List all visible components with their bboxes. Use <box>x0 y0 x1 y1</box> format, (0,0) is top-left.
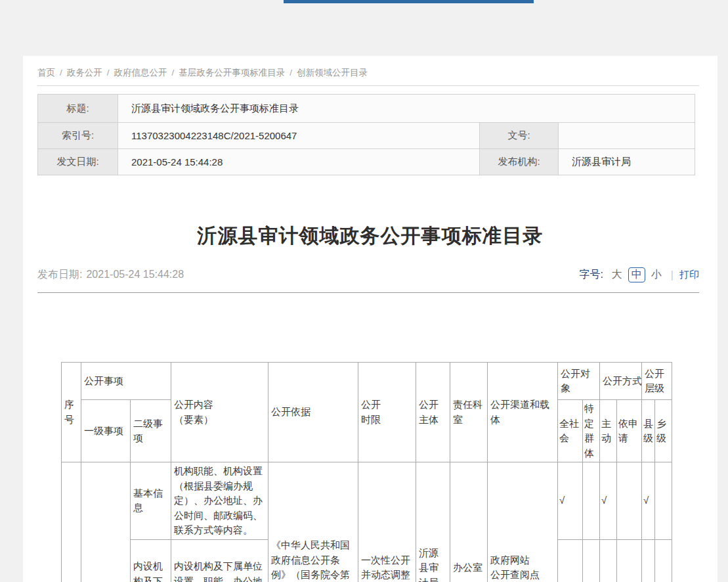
breadcrumb: 首页/政务公开/政府信息公开/基层政务公开事项标准目录/创新领域公开目录 <box>37 56 699 86</box>
doc-number-label: 文号: <box>480 123 559 149</box>
cell-time-limit: 一次性公开并动态调整 <box>358 462 416 582</box>
cell-on-request-check <box>617 462 642 540</box>
breadcrumb-link-innovation-catalog[interactable]: 创新领域公开目录 <box>297 68 368 78</box>
cell-proactive-check: √ <box>600 539 617 582</box>
header-proactive: 主动 <box>600 400 617 462</box>
header-basis: 公开依据 <box>268 363 358 462</box>
header-channels: 公开渠道和载体 <box>488 363 558 462</box>
breadcrumb-link-government-info[interactable]: 政府信息公开 <box>114 68 167 78</box>
cell-on-request-check <box>617 539 642 582</box>
document-info-table: 标题: 沂源县审计领域政务公开事项标准目录 索引号: 1137032300422… <box>37 94 695 175</box>
doc-number-value <box>559 123 695 149</box>
header-on-request: 依申请 <box>617 400 642 462</box>
doc-index-label: 索引号: <box>38 123 118 149</box>
cell-serial <box>62 462 81 582</box>
cell-department: 办公室 <box>450 462 488 582</box>
publish-date: 发布日期:2021-05-24 15:44:28 <box>37 268 184 282</box>
doc-title-value: 沂源县审计领域政务公开事项标准目录 <box>118 95 695 123</box>
header-content: 公开内容 （要素） <box>171 363 268 462</box>
cell-content: 内设机构及下属单位设置、职能、办公地址、办公时间、联系方式、负责人姓名等 <box>171 539 268 582</box>
header-whole-society: 全社会 <box>558 400 583 462</box>
font-size-bar: 字号: 大 中 小 | 打印 <box>579 267 699 282</box>
cell-whole-society-check: √ <box>558 539 583 582</box>
font-size-large-button[interactable]: 大 <box>612 268 622 282</box>
breadcrumb-separator: / <box>172 68 175 78</box>
doc-issue-date-value: 2021-05-24 15:44:28 <box>118 149 480 175</box>
header-department: 责任科室 <box>450 363 488 462</box>
header-level2-item: 二级事项 <box>131 400 171 462</box>
header-county-level: 县级 <box>642 400 655 462</box>
doc-index-value: 11370323004223148C/2021-5200647 <box>118 123 480 149</box>
meta-separator: | <box>671 269 674 281</box>
doc-title-label: 标题: <box>38 95 118 123</box>
cell-subject: 沂源县审计局 <box>416 462 450 582</box>
header-time-limit: 公开 时限 <box>358 363 416 462</box>
table-row: 基本信息 机构职能、机构设置（根据县委编办规定）、办公地址、办公时间、邮政编码、… <box>62 462 672 540</box>
page-title: 沂源县审计领域政务公开事项标准目录 <box>23 223 717 250</box>
cell-county-check: √ <box>642 462 655 540</box>
publish-date-label: 发布日期: <box>37 269 82 280</box>
print-button[interactable]: 打印 <box>679 269 699 281</box>
cell-township-check <box>655 539 672 582</box>
breadcrumb-separator: / <box>60 68 62 78</box>
header-township-level: 乡级 <box>655 400 672 462</box>
article-meta-row: 发布日期:2021-05-24 15:44:28 字号: 大 中 小 | 打印 <box>37 267 699 282</box>
font-size-medium-button[interactable]: 中 <box>628 267 645 282</box>
meta-divider-line <box>37 292 699 293</box>
disclosure-catalog-table: 序号 公开事项 公开内容 （要素） 公开依据 公开 时限 公开 主体 责任科室 … <box>61 362 672 582</box>
cell-specific-groups-check <box>583 462 600 540</box>
header-level: 公开层级 <box>642 363 672 400</box>
cell-township-check <box>655 462 672 540</box>
doc-agency-label: 发布机构: <box>480 149 559 175</box>
cell-level1-item <box>81 462 131 582</box>
font-size-small-button[interactable]: 小 <box>651 268 662 282</box>
header-specific-groups: 特定群体 <box>583 400 600 462</box>
header-subject: 公开 主体 <box>416 363 450 462</box>
cell-basis: 《中华人民共和国政府信息公开条例》（国务院令第711号） <box>268 462 358 582</box>
content-card: 首页/政务公开/政府信息公开/基层政务公开事项标准目录/创新领域公开目录 标题:… <box>23 56 717 582</box>
breadcrumb-link-home[interactable]: 首页 <box>37 68 55 78</box>
header-method: 公开方式 <box>600 363 642 400</box>
doc-issue-date-label: 发文日期: <box>38 149 118 175</box>
font-size-label: 字号: <box>579 268 603 282</box>
cell-level2-item: 内设机构及下属事业单位 <box>131 539 171 582</box>
cell-whole-society-check: √ <box>558 462 583 540</box>
breadcrumb-link-zhengwugongkai[interactable]: 政务公开 <box>67 68 102 78</box>
breadcrumb-link-standard-catalog[interactable]: 基层政务公开事项标准目录 <box>179 68 285 78</box>
header-level1-item: 一级事项 <box>81 400 131 462</box>
cell-level2-item: 基本信息 <box>131 462 171 540</box>
header-serial: 序号 <box>62 363 81 462</box>
cell-specific-groups-check <box>583 539 600 582</box>
header-audience: 公开对象 <box>558 363 600 400</box>
cell-content: 机构职能、机构设置（根据县委编办规定）、办公地址、办公时间、邮政编码、联系方式等… <box>171 462 268 540</box>
publish-date-value: 2021-05-24 15:44:28 <box>86 269 184 280</box>
cell-proactive-check: √ <box>600 462 617 540</box>
top-nav-accent-bar <box>284 0 534 3</box>
header-disclosure-item: 公开事项 <box>81 363 171 400</box>
cell-channels: 政府网站 公开查阅点 <box>488 462 558 582</box>
breadcrumb-separator: / <box>107 68 110 78</box>
doc-agency-value: 沂源县审计局 <box>559 149 695 175</box>
cell-county-check: √ <box>642 539 655 582</box>
breadcrumb-separator: / <box>289 68 292 78</box>
